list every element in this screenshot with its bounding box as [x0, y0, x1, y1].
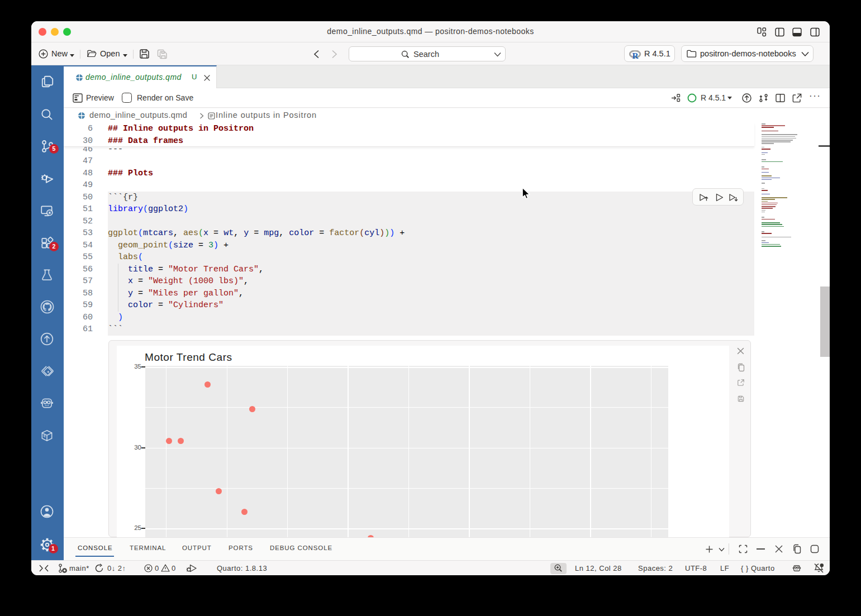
svg-text:R: R — [632, 51, 639, 59]
